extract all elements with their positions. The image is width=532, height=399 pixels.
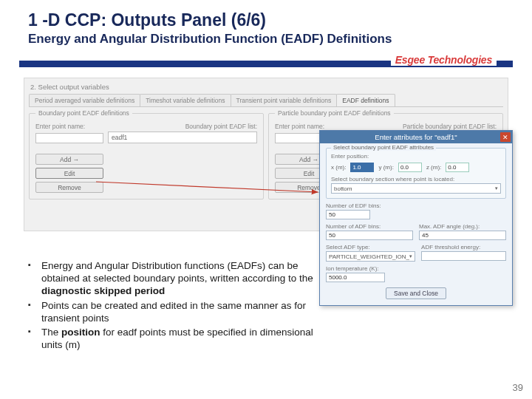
- edit-button[interactable]: Edit: [35, 168, 103, 179]
- z-label: z (m):: [426, 164, 441, 171]
- max-adf-angle-label: Max. ADF angle (deg.):: [419, 223, 506, 230]
- page-number: 39: [513, 382, 523, 393]
- dialog-title: Enter attributes for "eadf1": [375, 133, 457, 141]
- eadf-attributes-dialog: Enter attributes for "eadf1" ✕ Select bo…: [319, 130, 513, 306]
- z-input[interactable]: [446, 163, 469, 172]
- boundary-eadf-listbox[interactable]: eadf1: [108, 132, 257, 143]
- add-button[interactable]: Add →: [35, 154, 103, 165]
- divider: Esgee Technologies: [19, 54, 513, 70]
- eadf-attributes-group: Select boundary point EADF attributes En…: [326, 148, 506, 199]
- close-icon[interactable]: ✕: [500, 132, 511, 142]
- max-adf-angle-input[interactable]: [419, 231, 506, 240]
- boundary-section-select[interactable]: bottom: [331, 183, 501, 194]
- point-name-input[interactable]: [35, 133, 103, 143]
- tab-bar: Period averaged variable definitions Tim…: [29, 94, 503, 107]
- bullet-list: Energy and Angular Distribution function…: [27, 260, 322, 354]
- edf-bins-label: Number of EDF bins:: [326, 202, 506, 209]
- ion-temperature-input[interactable]: [326, 273, 385, 282]
- adf-bins-input[interactable]: [326, 231, 413, 240]
- group-legend-right: Particle boundary point EADF definitions: [275, 109, 394, 117]
- y-label: y (m):: [378, 164, 393, 171]
- list-item[interactable]: eadf1: [112, 134, 253, 141]
- x-input[interactable]: [350, 163, 374, 172]
- tab-timeshot[interactable]: Timeshot variable definitions: [140, 94, 231, 106]
- adf-threshold-label: ADF threshold energy:: [421, 244, 506, 250]
- enter-position-label: Enter position:: [331, 153, 501, 160]
- y-input[interactable]: [398, 163, 422, 172]
- group-legend-left: Boundary point EADF definitions: [35, 109, 132, 117]
- remove-button[interactable]: Remove: [35, 182, 103, 193]
- tab-period-averaged[interactable]: Period averaged variable definitions: [29, 94, 140, 106]
- list-label-left: Boundary point EADF list:: [108, 123, 257, 130]
- adf-type-label: Select ADF type:: [326, 244, 415, 250]
- enter-point-name-label: Enter point name:: [35, 123, 103, 130]
- enter-point-name-label-r: Enter point name:: [275, 123, 343, 130]
- adf-threshold-input[interactable]: [421, 251, 506, 261]
- boundary-section-label: Select boundary section where point is l…: [331, 176, 501, 183]
- tab-eadf-definitions[interactable]: EADF definitions: [336, 94, 395, 106]
- brand-logo: Esgee Technologies: [391, 54, 497, 66]
- bullet-2: Points can be created and edited in the …: [27, 300, 322, 325]
- adf-type-select[interactable]: PARTICLE_WEIGHTED_ION_: [326, 251, 415, 262]
- save-and-close-button[interactable]: Save and Close: [386, 287, 446, 299]
- adf-bins-label: Number of ADF bins:: [326, 223, 413, 230]
- step-label: 2. Select output variables: [24, 78, 508, 94]
- bullet-3: The position for eadf points must be spe…: [27, 327, 322, 352]
- boundary-point-eadf-group: Boundary point EADF definitions Enter po…: [29, 113, 264, 200]
- dialog-group-legend: Select boundary point EADF attributes: [331, 144, 436, 151]
- page-subtitle: Energy and Angular Distribution Function…: [28, 32, 510, 47]
- ion-temperature-label: Ion temperature (K):: [326, 265, 506, 272]
- x-label: x (m):: [331, 164, 346, 171]
- bullet-1: Energy and Angular Distribution function…: [27, 260, 322, 298]
- edf-bins-input[interactable]: [326, 210, 370, 219]
- tab-transient-point[interactable]: Transient point variable definitions: [231, 94, 338, 106]
- dialog-title-bar: Enter attributes for "eadf1" ✕: [320, 131, 512, 143]
- page-title: 1 -D CCP: Outputs Panel (6/6): [28, 10, 510, 30]
- list-label-right: Particle boundary point EADF list:: [347, 123, 497, 130]
